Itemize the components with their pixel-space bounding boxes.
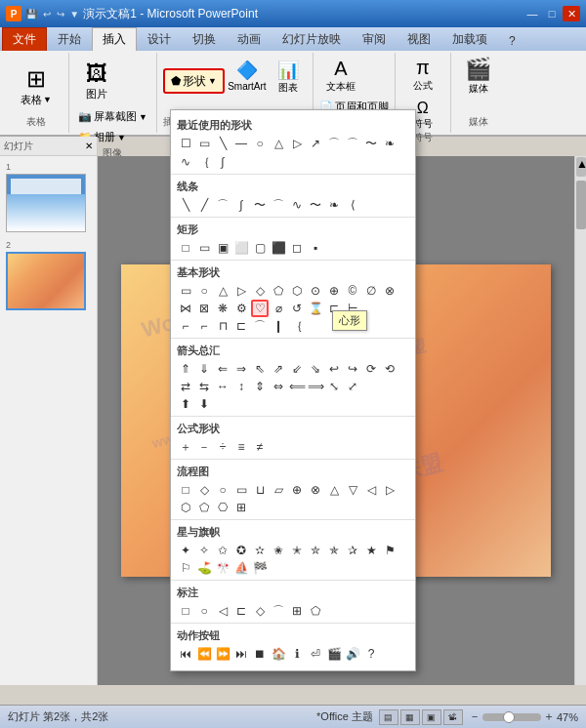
shapes-button[interactable]: ⬟ 形状 ▼: [163, 68, 225, 94]
shape-item[interactable]: ↕: [232, 378, 250, 395]
shape-item[interactable]: △: [325, 481, 343, 499]
shape-item[interactable]: ⏎: [307, 645, 324, 663]
shape-item[interactable]: 🏁: [251, 559, 269, 577]
shape-item[interactable]: ⬡: [288, 282, 306, 300]
shape-item[interactable]: ▭: [195, 239, 213, 257]
shape-item[interactable]: ⚑: [381, 542, 398, 559]
tab-insert[interactable]: 插入: [92, 27, 137, 51]
shape-item[interactable]: ≡: [232, 438, 250, 456]
screenshot-button[interactable]: 📷 屏幕截图 ▼: [75, 107, 150, 126]
shape-item[interactable]: ＋: [177, 438, 194, 456]
shape-item[interactable]: ✧: [195, 542, 213, 559]
shape-item[interactable]: ✫: [251, 542, 269, 559]
shape-item[interactable]: ⊕: [325, 282, 343, 300]
shape-item[interactable]: 🎬: [325, 645, 343, 663]
shape-item[interactable]: ⌒: [251, 317, 269, 335]
equation-button[interactable]: π 公式: [401, 57, 444, 98]
shape-item[interactable]: ✮: [307, 542, 324, 559]
shape-item[interactable]: ▪: [307, 239, 324, 257]
shape-item[interactable]: ▢: [251, 239, 269, 257]
shape-item[interactable]: ∫: [232, 196, 250, 214]
shape-item[interactable]: ⟲: [381, 360, 398, 378]
vertical-scrollbar[interactable]: ▲: [574, 156, 586, 685]
tab-slideshow[interactable]: 幻灯片放映: [272, 27, 352, 51]
tab-home[interactable]: 开始: [47, 27, 92, 51]
shape-item[interactable]: ╲: [177, 196, 194, 214]
shape-item[interactable]: ⬠: [270, 282, 287, 300]
shape-item[interactable]: ▣: [214, 239, 231, 257]
shape-item[interactable]: ⟸: [288, 378, 306, 395]
shape-item[interactable]: ✬: [270, 542, 287, 559]
shape-item[interactable]: ▷: [288, 135, 306, 152]
shape-item[interactable]: ⎔: [214, 499, 231, 516]
shape-item[interactable]: ⬛: [270, 239, 287, 257]
slide-sorter-button[interactable]: ▦: [400, 709, 420, 725]
shape-item[interactable]: ⌐: [195, 317, 213, 335]
shape-item[interactable]: ⬆: [177, 395, 194, 413]
tab-review[interactable]: 审阅: [352, 27, 397, 51]
shape-item[interactable]: ⤢: [344, 378, 361, 395]
shape-item[interactable]: —: [232, 135, 250, 152]
shape-item[interactable]: 〜: [251, 196, 269, 214]
shape-item[interactable]: ○: [251, 135, 269, 152]
shape-item[interactable]: ⇙: [288, 360, 306, 378]
shape-item[interactable]: ⌀: [270, 300, 287, 317]
shape-item[interactable]: ⬡: [177, 499, 194, 516]
shape-item[interactable]: ∅: [362, 282, 380, 300]
shape-item[interactable]: ⇐: [214, 360, 231, 378]
tab-view[interactable]: 视图: [397, 27, 441, 51]
shape-item[interactable]: ⏩: [214, 645, 231, 663]
undo-icon[interactable]: ↩: [43, 9, 51, 20]
shape-item[interactable]: ◇: [251, 282, 269, 300]
shape-item[interactable]: ⊓: [214, 317, 231, 335]
shape-item[interactable]: ⏭: [232, 645, 250, 663]
shape-item[interactable]: ⬇: [195, 395, 213, 413]
shape-item[interactable]: ↗: [307, 135, 324, 152]
tab-design[interactable]: 设计: [137, 27, 182, 51]
zoom-slider-thumb[interactable]: [503, 711, 515, 723]
shape-item[interactable]: ⟨: [344, 196, 361, 214]
shape-item[interactable]: ⌒: [344, 135, 361, 152]
shape-item[interactable]: ©: [344, 282, 361, 300]
minimize-button[interactable]: —: [523, 6, 541, 21]
save-icon[interactable]: 💾: [25, 9, 37, 20]
close-panel-icon[interactable]: ✕: [85, 141, 93, 151]
shape-item[interactable]: ⚐: [177, 559, 194, 577]
shape-item[interactable]: ⇔: [270, 378, 287, 395]
shape-item[interactable]: ❋: [214, 300, 231, 317]
shape-item[interactable]: 🔊: [344, 645, 361, 663]
shape-item[interactable]: ⟳: [362, 360, 380, 378]
shape-item[interactable]: ▱: [270, 481, 287, 499]
shape-item[interactable]: ╱: [195, 196, 213, 214]
shape-item[interactable]: □: [177, 239, 194, 257]
shape-item[interactable]: ✭: [288, 542, 306, 559]
shape-item[interactable]: ❧: [325, 196, 343, 214]
shape-item[interactable]: ◁: [214, 602, 231, 620]
tab-animation[interactable]: 动画: [227, 27, 272, 51]
shape-item[interactable]: ⋈: [177, 300, 194, 317]
shape-item[interactable]: ⊙: [307, 282, 324, 300]
media-button[interactable]: 🎬 媒体: [457, 57, 500, 111]
shape-item[interactable]: ❙: [270, 317, 287, 335]
heart-shape-item[interactable]: ♡: [251, 300, 269, 317]
shape-item[interactable]: ⛵: [232, 559, 250, 577]
shape-item[interactable]: ✯: [325, 542, 343, 559]
shape-item[interactable]: ≠: [251, 438, 269, 456]
shape-item[interactable]: ✩: [214, 542, 231, 559]
shape-item[interactable]: ⊕: [288, 481, 306, 499]
picture-button[interactable]: 🖼 图片: [75, 57, 118, 105]
shape-item[interactable]: ｛: [288, 317, 306, 335]
shape-item[interactable]: ⌐: [177, 317, 194, 335]
shape-item[interactable]: ▷: [381, 481, 398, 499]
shape-item[interactable]: ⏪: [195, 645, 213, 663]
shape-item[interactable]: ⊔: [251, 481, 269, 499]
shape-item[interactable]: ▽: [344, 481, 361, 499]
shape-item[interactable]: ✦: [177, 542, 194, 559]
presentation-button[interactable]: 📽: [443, 709, 463, 725]
shape-item[interactable]: ✪: [232, 542, 250, 559]
shape-item[interactable]: ∿: [288, 196, 306, 214]
zoom-in-button[interactable]: ＋: [543, 708, 555, 725]
shape-item[interactable]: ∿: [177, 153, 194, 171]
normal-view-button[interactable]: ▤: [379, 709, 398, 725]
shape-item[interactable]: ⇕: [251, 378, 269, 395]
